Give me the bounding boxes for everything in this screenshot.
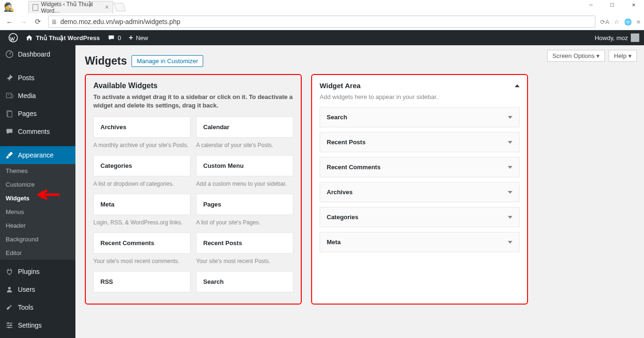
plug-icon	[5, 267, 14, 276]
svg-rect-4	[8, 112, 12, 117]
menu-icon[interactable]: ≡	[636, 18, 640, 25]
browser-tab[interactable]: Widgets ‹ Thủ Thuật Word… ✕	[28, 1, 113, 13]
collapse-menu-button[interactable]: ◀ Collapse menu	[0, 334, 75, 338]
bookmark-icon[interactable]: ☆	[614, 18, 619, 25]
chevron-down-icon	[508, 191, 512, 194]
avatar[interactable]	[631, 33, 639, 42]
submenu-background[interactable]: Background	[0, 232, 75, 246]
submenu-header[interactable]: Header	[0, 219, 75, 232]
sidebar-item-appearance[interactable]: Appearance	[0, 146, 75, 164]
pages-icon	[5, 109, 14, 118]
sidebar-label: Posts	[18, 74, 34, 82]
chevron-down-icon	[508, 241, 512, 244]
available-widget[interactable]: Archives	[93, 116, 190, 138]
submenu-editor[interactable]: Editor	[0, 246, 75, 260]
pin-icon	[5, 73, 14, 82]
sidebar-item-posts[interactable]: Posts	[0, 69, 75, 87]
sidebar-label: Settings	[18, 322, 42, 329]
available-widget[interactable]: Recent Comments	[93, 232, 190, 254]
minimize-button[interactable]: ─	[580, 0, 602, 9]
manage-customizer-link[interactable]: Manage in Customizer	[132, 55, 203, 67]
translate-icon[interactable]: ⟳A	[600, 18, 610, 25]
wp-logo-menu[interactable]	[5, 30, 22, 45]
available-widget[interactable]: Pages	[196, 194, 293, 215]
window-controls: ─ ☐ ✕	[580, 0, 644, 9]
help-button[interactable]: Help ▾	[609, 50, 637, 62]
placed-widget-label: Recent Posts	[327, 139, 365, 146]
page-icon	[33, 4, 38, 11]
chevron-down-icon	[508, 216, 512, 219]
howdy-text[interactable]: Howdy, moz	[594, 34, 628, 41]
screen-options-button[interactable]: Screen Options ▾	[547, 50, 605, 62]
widget-description: A calendar of your site's Posts.	[196, 138, 293, 149]
new-content-menu[interactable]: + New	[125, 30, 152, 45]
sidebar-item-pages[interactable]: Pages	[0, 105, 75, 123]
placed-widget-label: Archives	[327, 189, 353, 196]
wp-admin-bar: Thủ Thuật WordPress 0 + New Howdy, moz	[0, 30, 644, 45]
placed-widget[interactable]: Categories	[320, 207, 520, 227]
available-widget[interactable]: Meta	[93, 194, 190, 215]
comment-icon	[107, 34, 115, 41]
dashboard-icon	[5, 49, 14, 59]
placed-widget[interactable]: Meta	[320, 232, 520, 252]
site-info-icon[interactable]: 🗎	[51, 18, 58, 25]
available-widget[interactable]: Calendar	[196, 116, 293, 138]
placed-widget[interactable]: Recent Comments	[320, 157, 520, 177]
admin-sidebar: Dashboard Posts Media Pages Comments App…	[0, 45, 75, 338]
chevron-down-icon: ▾	[628, 52, 632, 59]
content-area: Screen Options ▾ Help ▾ Widgets Manage i…	[75, 45, 644, 338]
sidebar-item-dashboard[interactable]: Dashboard	[0, 45, 75, 63]
available-widget[interactable]: Categories	[93, 155, 190, 176]
back-button[interactable]: ←	[4, 16, 15, 27]
close-window-button[interactable]: ✕	[623, 0, 644, 9]
comments-bubble[interactable]: 0	[104, 30, 125, 45]
forward-button[interactable]: →	[18, 16, 29, 27]
sidebar-item-users[interactable]: Users	[0, 280, 75, 298]
chevron-down-icon	[508, 141, 512, 144]
site-name-link[interactable]: Thủ Thuật WordPress	[22, 30, 104, 45]
maximize-button[interactable]: ☐	[602, 0, 623, 9]
reload-button[interactable]: ⟳	[32, 16, 43, 27]
sidebar-label: Media	[18, 92, 36, 99]
placed-widget[interactable]: Search	[320, 107, 520, 127]
globe-icon[interactable]: 🌐	[624, 18, 632, 25]
sidebar-label: Plugins	[18, 268, 40, 275]
sidebar-item-plugins[interactable]: Plugins	[0, 263, 75, 280]
incognito-icon: 🕵️	[4, 2, 14, 12]
widget-area-header[interactable]: Widget Area	[320, 82, 520, 90]
available-widget[interactable]: Search	[196, 271, 293, 292]
available-widget[interactable]: RSS	[93, 271, 190, 292]
brush-icon	[5, 150, 14, 160]
widget-description: A monthly archive of your site's Posts.	[93, 138, 190, 149]
wrench-icon	[5, 303, 14, 312]
available-widgets-panel: Available Widgets To activate a widget d…	[85, 74, 302, 305]
sidebar-item-media[interactable]: Media	[0, 87, 75, 105]
sidebar-item-settings[interactable]: Settings	[0, 316, 75, 334]
sidebar-label: Users	[18, 286, 35, 293]
available-widget[interactable]: Recent Posts	[196, 232, 293, 254]
sidebar-label: Comments	[18, 128, 50, 135]
sidebar-label: Pages	[18, 110, 37, 117]
submenu-menus[interactable]: Menus	[0, 205, 75, 219]
close-tab-icon[interactable]: ✕	[105, 4, 109, 10]
available-widgets-title: Available Widgets	[93, 82, 293, 90]
chevron-down-icon: ▾	[596, 52, 600, 59]
address-bar[interactable]: 🗎	[48, 16, 595, 28]
placed-widget-label: Search	[327, 114, 347, 121]
wordpress-icon	[8, 33, 18, 42]
placed-widget[interactable]: Archives	[320, 182, 520, 202]
available-widget[interactable]: Custom Menu	[196, 155, 293, 176]
sidebar-item-comments[interactable]: Comments	[0, 123, 75, 140]
new-tab-button[interactable]	[114, 3, 126, 11]
submenu-themes[interactable]: Themes	[0, 164, 75, 178]
url-input[interactable]	[60, 18, 592, 25]
media-icon	[5, 91, 14, 100]
sidebar-item-tools[interactable]: Tools	[0, 298, 75, 316]
svg-point-5	[8, 287, 10, 289]
sidebar-label: Appearance	[18, 151, 54, 159]
widget-description: Add a custom menu to your sidebar.	[196, 176, 293, 188]
placed-widget[interactable]: Recent Posts	[320, 132, 520, 152]
plus-icon: +	[129, 33, 133, 42]
placed-widget-label: Recent Comments	[327, 164, 380, 171]
comment-icon	[5, 127, 14, 136]
